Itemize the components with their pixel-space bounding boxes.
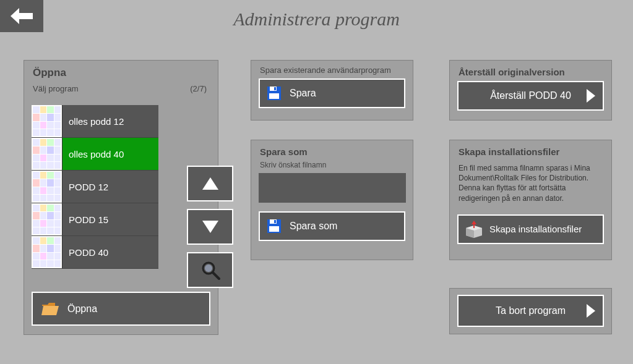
create-install-label: Skapa installationsfiler xyxy=(489,224,582,234)
program-label: PODD 15 xyxy=(62,214,108,225)
delete-program-label: Ta bort program xyxy=(496,305,566,316)
open-panel: Öppna Välj program (2/7) olles podd 12ol… xyxy=(24,60,218,335)
save-button[interactable]: Spara xyxy=(259,78,405,108)
svg-rect-10 xyxy=(269,226,279,232)
save-as-panel: Spara som Skriv önskat filnamn Spara som xyxy=(251,140,413,260)
save-title: Spara existerande användarprogram xyxy=(260,66,413,75)
scroll-down-button[interactable] xyxy=(187,209,233,245)
restore-title: Återställ originalversion xyxy=(459,67,611,77)
program-thumbnail xyxy=(32,105,62,137)
triangle-right-icon xyxy=(587,304,595,318)
save-panel: Spara existerande användarprogram Spara xyxy=(251,60,413,121)
triangle-up-icon xyxy=(202,177,218,190)
floppy-disk-icon xyxy=(267,87,281,100)
restore-button-label: Återställ PODD 40 xyxy=(490,90,571,101)
program-row[interactable]: PODD 15 xyxy=(32,203,158,236)
save-as-button[interactable]: Spara som xyxy=(259,211,405,241)
svg-rect-9 xyxy=(274,220,276,223)
svg-point-1 xyxy=(205,265,212,272)
triangle-down-icon xyxy=(202,221,218,233)
save-as-subtitle: Skriv önskat filnamn xyxy=(260,161,413,169)
program-list: olles podd 12olles podd 40PODD 12PODD 15… xyxy=(32,105,158,269)
program-row[interactable]: PODD 40 xyxy=(32,236,158,269)
program-row[interactable]: PODD 12 xyxy=(32,171,158,203)
save-button-label: Spara xyxy=(290,88,316,99)
install-description: En fil med samma filnamn sparas i Mina D… xyxy=(450,161,611,203)
install-title: Skapa installationsfiler xyxy=(459,146,611,157)
search-button[interactable] xyxy=(187,252,233,288)
install-panel: Skapa installationsfiler En fil med samm… xyxy=(449,140,612,260)
svg-rect-6 xyxy=(269,93,279,99)
save-as-title: Spara som xyxy=(260,146,413,157)
program-thumbnail xyxy=(32,171,62,203)
open-button-label: Öppna xyxy=(67,303,97,315)
create-install-button[interactable]: Skapa installationsfiler xyxy=(457,214,604,244)
program-row[interactable]: olles podd 40 xyxy=(32,138,158,171)
page-title: Administrera program xyxy=(0,9,633,30)
open-button[interactable]: Öppna xyxy=(32,292,210,326)
program-label: olles podd 40 xyxy=(62,149,124,159)
delete-program-button[interactable]: Ta bort program xyxy=(457,295,604,327)
restore-button[interactable]: Återställ PODD 40 xyxy=(457,81,604,111)
program-thumbnail xyxy=(32,138,62,170)
filename-input[interactable] xyxy=(259,173,406,203)
program-pager: (2/7) xyxy=(190,84,207,93)
program-label: PODD 40 xyxy=(62,247,108,258)
triangle-right-icon xyxy=(587,89,595,103)
delete-panel: Ta bort program xyxy=(449,288,612,334)
svg-rect-5 xyxy=(274,87,276,90)
program-label: PODD 12 xyxy=(62,182,108,192)
program-thumbnail xyxy=(32,236,62,268)
program-list-label: Välj program xyxy=(33,84,79,93)
magnifier-icon xyxy=(200,260,220,280)
package-upload-icon xyxy=(465,221,483,238)
scroll-up-button[interactable] xyxy=(187,166,233,201)
folder-open-icon xyxy=(41,302,59,316)
restore-panel: Återställ originalversion Återställ PODD… xyxy=(449,60,612,121)
program-thumbnail xyxy=(32,203,62,235)
open-title: Öppna xyxy=(33,67,218,79)
svg-line-2 xyxy=(213,273,219,279)
program-label: olles podd 12 xyxy=(62,116,124,127)
floppy-disk-icon xyxy=(267,219,281,233)
program-row[interactable]: olles podd 12 xyxy=(32,105,158,138)
save-as-button-label: Spara som xyxy=(290,221,337,232)
